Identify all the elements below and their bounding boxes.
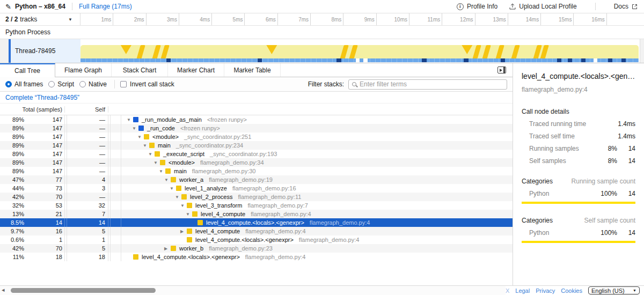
table-row[interactable]: 89%147—▼_run_module_as_main<frozen runpy… <box>0 115 513 124</box>
table-row[interactable]: 0.6%11level_4_compute.<locals>.<genexpr>… <box>0 235 513 244</box>
table-row[interactable]: 42%705▶worker_bflamegraph_demo.py:23 <box>0 244 513 253</box>
yellow-category-icon <box>133 254 138 260</box>
complete-thread-link[interactable]: Complete “Thread-78495” <box>5 94 79 101</box>
cell-self: 7 <box>67 210 108 218</box>
collapse-icon[interactable]: ▼ <box>143 143 149 148</box>
tab-flame-graph[interactable]: Flame Graph <box>55 63 112 77</box>
invert-call-stack-checkbox[interactable]: Invert call stack <box>120 80 174 88</box>
collapse-icon[interactable]: ▼ <box>153 160 160 165</box>
table-row[interactable]: 89%147—▼<module>_sync_coordinator.py:251 <box>0 132 513 141</box>
cell-total-samples: 147 <box>24 151 64 157</box>
column-header-self[interactable]: Self <box>67 106 108 113</box>
tab-stack-chart[interactable]: Stack Chart <box>112 63 168 77</box>
tab-marker-chart[interactable]: Marker Chart <box>168 63 224 77</box>
upload-profile-button[interactable]: Upload Local Profile <box>509 3 576 10</box>
search-box <box>348 79 507 90</box>
cell-total: 89%147 <box>0 141 65 150</box>
track-thread-78495[interactable]: Thread-78495 <box>0 39 644 63</box>
profile-info-button[interactable]: i Profile Info <box>457 3 497 10</box>
cell-self: 1 <box>67 235 108 244</box>
tree-root-row: Complete “Thread-78495” <box>0 92 513 104</box>
cell-total-samples: 77 <box>24 176 64 183</box>
thread-track-label[interactable]: Thread-78495 <box>11 39 80 63</box>
docs-link[interactable]: Docs <box>614 3 638 10</box>
activity-mark <box>349 45 358 60</box>
search-icon <box>352 82 356 86</box>
table-row[interactable]: 11%1818level_4_compute.<locals>.<genexpr… <box>0 253 513 261</box>
collapse-icon[interactable]: ▼ <box>175 195 181 200</box>
cell-self: — <box>67 167 108 175</box>
table-row[interactable]: 89%147—▼main_sync_coordinator.py:234 <box>0 141 513 150</box>
ruler-tick: 9ms <box>343 13 376 25</box>
table-row[interactable]: 8.5%1414level_4_compute.<locals>.<genexp… <box>0 218 513 227</box>
filter-stacks-input[interactable] <box>360 80 503 88</box>
file-location: _sync_coordinator.py:234 <box>176 142 243 149</box>
cell-function: ▼worker_aflamegraph_demo.py:19 <box>121 175 513 184</box>
tab-marker-table[interactable]: Marker Table <box>224 63 281 77</box>
cell-total-samples: 147 <box>24 125 64 131</box>
expand-icon[interactable]: ▶ <box>164 246 171 251</box>
footer-link-x[interactable]: X <box>506 287 509 294</box>
radio-all-frames[interactable]: All frames <box>5 80 43 88</box>
scrollbar-thumb[interactable] <box>11 288 156 293</box>
cell-self: — <box>67 158 108 167</box>
track-python-process[interactable]: Python Process <box>0 26 644 39</box>
collapse-icon[interactable]: ▼ <box>148 152 155 157</box>
table-row[interactable]: 89%147—▼_run_code<frozen runpy> <box>0 124 513 132</box>
table-row[interactable]: 13%217▼level_4_computeflamegraph_demo.py… <box>0 210 513 218</box>
cell-function: ▼level_4_computeflamegraph_demo.py:4 <box>121 210 513 218</box>
radio-script[interactable]: Script <box>48 80 74 88</box>
expand-icon[interactable]: ▶ <box>180 229 187 234</box>
tracks-dropdown[interactable]: 2 / 2 tracks ▼ <box>0 13 80 25</box>
table-row[interactable]: 32%5332▼level_3_transformflamegraph_demo… <box>0 201 513 210</box>
yellow-category-icon <box>192 211 197 217</box>
table-row[interactable]: 89%147—▼_execute_script_sync_coordinator… <box>0 150 513 158</box>
sidebar-toggle-icon[interactable] <box>497 67 506 73</box>
collapse-icon[interactable]: ▼ <box>137 135 144 139</box>
table-row[interactable]: 9.7%165▶level_4_computeflamegraph_demo.p… <box>0 227 513 235</box>
footer-link-privacy[interactable]: Privacy <box>536 287 555 294</box>
col-gap <box>111 235 121 244</box>
footer-link-cookies[interactable]: Cookies <box>561 287 582 294</box>
collapse-icon[interactable]: ▼ <box>164 178 171 182</box>
ruler-tick: 6ms <box>245 13 277 25</box>
full-range-breadcrumb[interactable]: Full Range (17ms) <box>79 3 132 10</box>
cell-total: 89%147 <box>0 167 65 175</box>
cell-total-samples: 21 <box>24 211 64 217</box>
activity-graph <box>80 45 639 60</box>
table-row[interactable]: 44%733▼level_1_analyzeflamegraph_demo.py… <box>0 184 513 193</box>
activity-mark <box>121 45 131 54</box>
collapse-icon[interactable]: ▼ <box>159 169 165 174</box>
file-location: flamegraph_demo.py:4 <box>245 254 306 260</box>
edit-profile-name-icon[interactable]: ✎ <box>5 3 11 11</box>
language-select[interactable]: English (US) ▼ <box>588 286 640 294</box>
collapse-icon[interactable]: ▼ <box>186 212 192 217</box>
collapse-icon[interactable]: ▼ <box>127 117 133 122</box>
table-row[interactable]: 42%70—▼level_2_processflamegraph_demo.py… <box>0 193 513 201</box>
collapse-icon[interactable]: ▼ <box>180 203 187 208</box>
collapse-icon[interactable]: ▼ <box>132 126 138 131</box>
yellow-category-icon <box>171 177 176 182</box>
column-header-total[interactable]: Total (samples) <box>0 106 65 113</box>
col-gap <box>111 167 121 175</box>
cell-function: level_4_compute.<locals>.<genexpr>flameg… <box>121 235 513 244</box>
ruler-tick: 2ms <box>113 13 146 25</box>
footer-link-list: XLegalPrivacyCookies <box>506 287 582 294</box>
cell-function: ▶worker_bflamegraph_demo.py:23 <box>121 244 513 253</box>
table-row[interactable]: 89%147—▼mainflamegraph_demo.py:30 <box>0 167 513 175</box>
sample-gap <box>594 58 597 62</box>
table-row[interactable]: 89%147—▼<module>flamegraph_demo.py:34 <box>0 158 513 167</box>
thread-activity-graph[interactable] <box>80 39 640 63</box>
radio-native[interactable]: Native <box>79 80 107 88</box>
tab-call-tree[interactable]: Call Tree <box>0 63 55 77</box>
footer-link-legal[interactable]: Legal <box>515 287 530 294</box>
cell-function: ▼_run_module_as_main<frozen runpy> <box>121 115 513 124</box>
file-location: <frozen runpy> <box>180 125 220 131</box>
category-value: 14 <box>617 190 635 197</box>
category-value: 14 <box>617 229 635 237</box>
cell-function: ▼<module>flamegraph_demo.py:34 <box>121 158 513 167</box>
table-row[interactable]: 47%774▼worker_aflamegraph_demo.py:19 <box>0 175 513 184</box>
activity-mark <box>462 45 472 54</box>
scroll-left-icon[interactable]: ◂ <box>2 286 5 293</box>
collapse-icon[interactable]: ▼ <box>170 186 176 191</box>
